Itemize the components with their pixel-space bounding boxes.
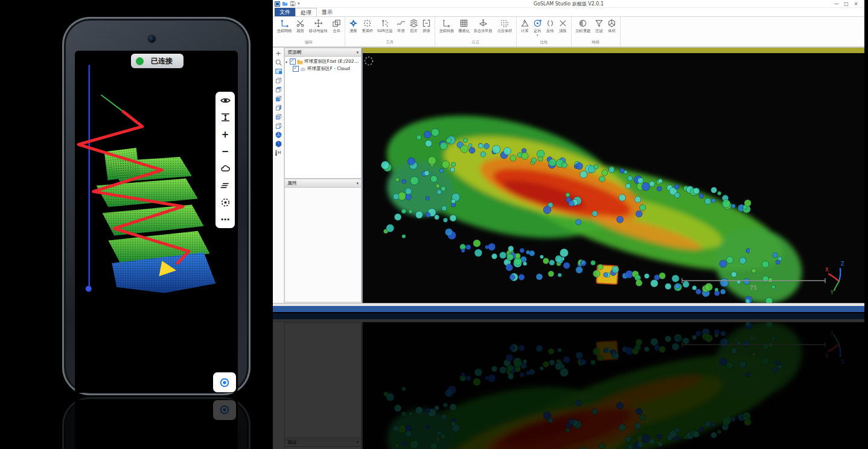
ribbon-group-mesh: 泊松重建 过滤 体积 网格 [572, 17, 621, 46]
ribbon-item-filter[interactable]: 过滤 [594, 18, 604, 34]
cube-left-icon [275, 95, 282, 103]
ribbon-item-slice[interactable]: 切片 [409, 18, 419, 34]
ribbon-item-poisson[interactable]: 泊松重建 [575, 18, 592, 34]
axis-z-label: Z [841, 261, 844, 267]
ribbon-item-sor-filter[interactable]: SOR过滤 [376, 18, 394, 34]
cube-iso-icon [275, 131, 282, 139]
ribbon-group-pointcloud: 坐标转换 栅格化 拟合水平面 点云体积 点云 [435, 17, 517, 46]
ribbon-group-edit: 坐标网格 裁剪 移动与旋转 合并 编辑 [273, 17, 345, 46]
status-dot-icon [136, 57, 144, 65]
checkbox-cloud[interactable] [293, 66, 299, 72]
target-icon [220, 197, 231, 208]
visibility-button[interactable] [215, 92, 235, 109]
phone-screen: 已连接 + − ⋯ [75, 51, 238, 393]
ribbon-item-merge[interactable]: 合并 [331, 18, 342, 34]
cube-right-icon [275, 104, 282, 112]
checkbox-root[interactable] [290, 59, 296, 65]
ribbon-item-stitch[interactable]: 拼接 [421, 18, 432, 34]
phone-device: 已连接 + − ⋯ [62, 397, 251, 449]
properties-header[interactable]: 属性 [284, 179, 362, 188]
ribbon-item-smooth[interactable]: 平滑 [396, 18, 406, 34]
view-back-button[interactable] [274, 112, 283, 121]
cloud-icon [220, 164, 231, 174]
ribbon-item-flip[interactable]: 反转 [545, 18, 555, 34]
viewport[interactable]: 75 X Z Y [363, 48, 864, 303]
ribbon-item-coordinate-transform[interactable]: 坐标转换 [438, 18, 455, 34]
ribbon-item-resample[interactable]: 重采样 [361, 18, 374, 34]
view-right-button[interactable] [274, 103, 283, 112]
magnifier-icon [275, 59, 282, 66]
resource-tree-header[interactable]: 资源树 [284, 48, 362, 57]
maximize-button[interactable]: □ [843, 1, 850, 7]
ribbon-item-move-rotate[interactable]: 移动与旋转 [308, 18, 329, 34]
loading-spinner [365, 57, 373, 65]
eye-icon [220, 95, 231, 106]
measure-icon [349, 19, 358, 28]
tab-display[interactable]: 显示 [317, 8, 337, 16]
ribbon-item-rasterize[interactable]: 栅格化 [458, 18, 471, 34]
ribbon-item-crop[interactable]: 裁剪 [295, 18, 305, 34]
volume-icon [607, 19, 616, 28]
shaded-view-button[interactable] [274, 139, 283, 148]
title-bar: GoSLAM Studio 旗舰版 V2.0.1 ▾ — □ × [273, 0, 864, 8]
view-bottom-button[interactable] [274, 121, 283, 130]
ribbon-item-fit-plane[interactable]: 拟合水平面 [473, 18, 494, 34]
phone-reflection: 已连接 + − ⋯ [62, 397, 251, 449]
cube-top-icon [275, 86, 282, 94]
filter-icon [595, 19, 604, 28]
cube-back-icon [275, 113, 282, 121]
zoom-tool-button[interactable] [274, 58, 283, 66]
ribbon-item-measure[interactable]: 测量 [348, 18, 359, 34]
tab-file[interactable]: 文件 [275, 8, 295, 16]
cloud-volume-icon [500, 19, 509, 28]
ribbon-item-volume[interactable]: 体积 [607, 18, 617, 34]
cube-bottom-icon [275, 122, 282, 130]
minimize-button[interactable]: — [833, 1, 840, 7]
move-rotate-icon [314, 19, 323, 28]
sor-filter-icon [380, 19, 389, 28]
orient-icon [533, 19, 542, 28]
cube-front-icon [275, 77, 282, 84]
zoom-in-button[interactable]: + [215, 126, 235, 143]
layers-button[interactable] [215, 177, 235, 194]
ribbon-item-compute[interactable]: 计算 [520, 18, 530, 34]
pan-button[interactable]: + [274, 49, 283, 57]
iso-view-button[interactable] [274, 130, 283, 139]
record-target-button[interactable] [215, 194, 235, 211]
tree-item-cloud[interactable]: 环球度假区F - Cloud [286, 65, 360, 72]
svg-text:75: 75 [750, 334, 756, 340]
fullscreen-view-button[interactable] [274, 67, 283, 75]
phone-toolbar: + − ⋯ [215, 92, 235, 228]
height-colormap-button[interactable]: H [274, 148, 283, 157]
svg-text:X: X [825, 352, 829, 358]
folder-icon [297, 59, 303, 65]
view-top-button[interactable] [274, 85, 283, 94]
rasterize-icon [459, 19, 468, 28]
ribbon: 坐标网格 裁剪 移动与旋转 合并 编辑 [273, 17, 864, 48]
ribbon-item-orient[interactable]: 定向 [532, 18, 543, 36]
ribbon-item-clear[interactable]: 清除 [558, 18, 568, 34]
svg-text:Z: Z [841, 358, 844, 364]
menu-bar: 文件 处理 显示 [273, 8, 864, 17]
close-button[interactable]: × [852, 1, 860, 7]
ribbon-item-cloud-volume[interactable]: 点云体积 [496, 18, 513, 34]
more-button[interactable]: ⋯ [215, 211, 235, 228]
phone-camera [148, 36, 155, 42]
resource-tree: ▾ 环球度假区F.txt (E:/2021.8.30... 环球度假区F - C… [284, 57, 362, 179]
ribbon-item-coordinate-grid[interactable]: 坐标网格 [276, 18, 293, 34]
expander-icon[interactable]: ▾ [286, 60, 289, 64]
tab-process[interactable]: 处理 [295, 8, 317, 16]
connection-status-badge: 已连接 [131, 54, 183, 68]
view-left-button[interactable] [274, 94, 283, 103]
view-front-button[interactable] [274, 76, 283, 84]
cloud-button[interactable] [215, 160, 235, 177]
height-range-button[interactable] [215, 109, 235, 126]
slice-icon [409, 19, 418, 28]
cloud-node-icon [300, 66, 306, 72]
smooth-icon [397, 19, 406, 28]
clear-icon [558, 19, 567, 28]
tree-item-root[interactable]: ▾ 环球度假区F.txt (E:/2021.8.30... [286, 58, 360, 65]
zoom-out-button[interactable]: − [215, 143, 235, 160]
locate-button[interactable] [213, 372, 236, 392]
pointcloud-view: 75 X Z Y [363, 53, 864, 303]
